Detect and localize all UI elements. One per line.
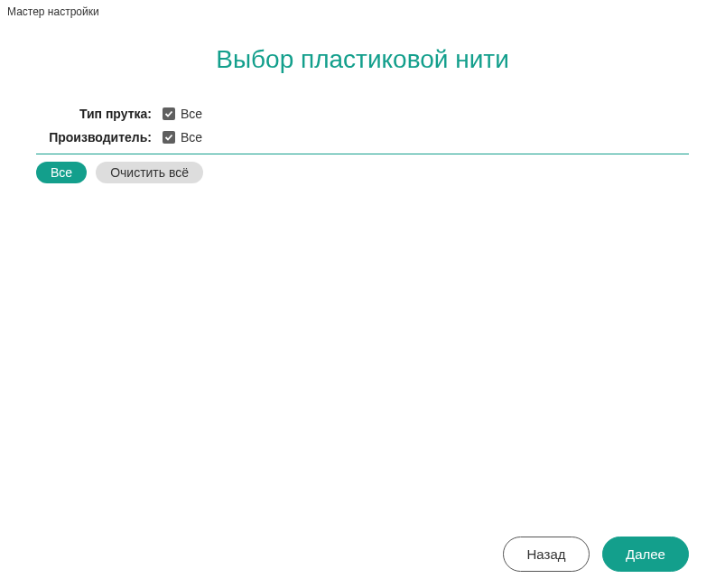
filament-type-checkbox[interactable]: Все bbox=[163, 107, 202, 121]
next-button[interactable]: Далее bbox=[602, 537, 689, 572]
filter-form: Тип прутка: Все Производитель: Все bbox=[0, 107, 725, 154]
selection-actions: Все Очистить всё bbox=[0, 154, 725, 183]
manufacturer-label: Производитель: bbox=[36, 130, 163, 145]
checkmark-icon bbox=[163, 131, 175, 144]
manufacturer-checkbox[interactable]: Все bbox=[163, 130, 202, 145]
back-button[interactable]: Назад bbox=[503, 537, 590, 572]
manufacturer-checkbox-label: Все bbox=[181, 130, 202, 145]
manufacturer-row: Производитель: Все bbox=[36, 130, 689, 145]
filament-type-checkbox-label: Все bbox=[181, 107, 202, 121]
checkmark-icon bbox=[163, 107, 175, 120]
wizard-nav: Назад Далее bbox=[503, 537, 689, 572]
filament-type-label: Тип прутка: bbox=[36, 107, 163, 121]
filament-type-row: Тип прутка: Все bbox=[36, 107, 689, 121]
clear-all-button[interactable]: Очистить всё bbox=[96, 162, 203, 183]
page-heading: Выбор пластиковой нити bbox=[0, 45, 725, 74]
select-all-button[interactable]: Все bbox=[36, 162, 87, 183]
window-title: Мастер настройки bbox=[0, 0, 725, 23]
